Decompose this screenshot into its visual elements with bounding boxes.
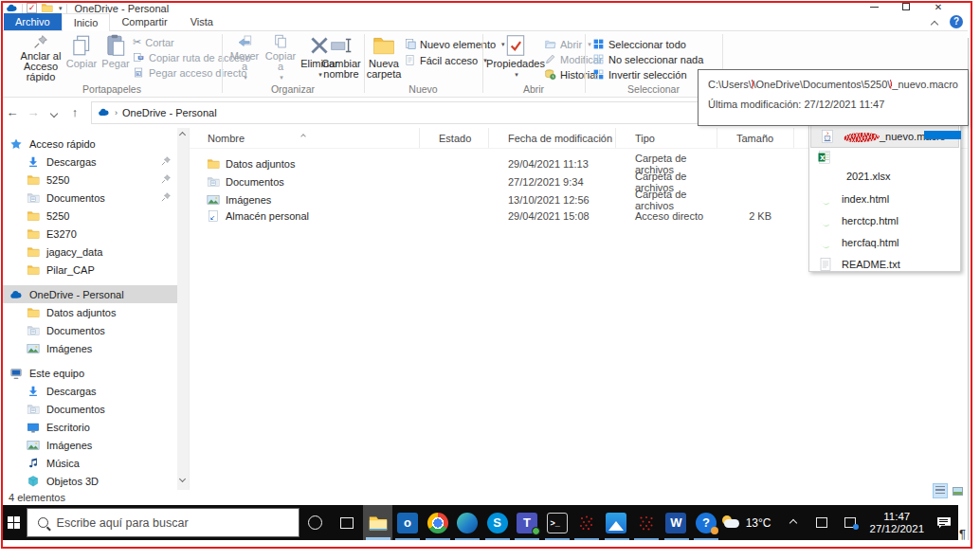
column-header-tipo[interactable]: Tipo [616,128,717,148]
sidebar-item-5250[interactable]: 5250 [2,171,189,189]
pin-to-quick-access-button[interactable]: Anclar al Acceso rápido [13,33,68,82]
tray-tablet-icon[interactable] [808,505,836,540]
new-folder-button[interactable]: Nueva carpeta [368,33,400,82]
sidebar-item-objetos-3d[interactable]: Objetos 3D [2,472,189,490]
sidebar-item-label: Descargas [46,156,97,168]
sidebar-item-label: Acceso rápido [29,138,96,150]
tray-cast-icon[interactable] [836,505,864,540]
properties-button[interactable]: Propiedades▾ [491,33,540,82]
sidebar-item-onedrive-documentos[interactable]: Documentos [2,321,189,339]
list-item[interactable]: index.html [809,188,960,209]
list-item[interactable]: 2021.xlsx [809,148,960,188]
sidebar-item-e3270[interactable]: E3270 [2,225,189,243]
taskbar-redacted-app-2[interactable] [631,505,661,540]
scroll-down-icon[interactable] [179,476,186,482]
taskbar-search-input[interactable]: Escribe aquí para buscar [27,508,299,537]
clock[interactable]: 11:47 27/12/2021 [870,511,925,535]
copy-to-button[interactable]: Copiar a▾ [263,33,298,82]
sidebar-item-onedrive[interactable]: OneDrive - Personal [2,285,189,303]
weather-icon[interactable] [721,515,742,531]
quick-access-properties-icon[interactable]: ✓ [27,3,37,13]
sidebar-item-documentos[interactable]: Documentos [2,189,189,207]
hidden-icons-button[interactable] [779,505,808,540]
sidebar-item-jagacy-data[interactable]: jagacy_data [2,243,189,261]
select-all-button[interactable]: Seleccionar todo [592,37,686,51]
sidebar-item-onedrive-imagenes[interactable]: Imágenes [2,339,189,357]
start-button[interactable] [2,505,27,540]
taskbar-help[interactable]: ? [691,505,720,540]
recent-locations-button[interactable] [44,105,64,119]
column-header-estado[interactable]: Estado [420,128,489,148]
history-button[interactable]: Historial [544,67,598,81]
easy-access-button[interactable]: Fácil acceso▾ [404,53,487,67]
new-item-button[interactable]: Nuevo elemento▾ [404,37,505,51]
cut-button[interactable]: ✂ Cortar [133,35,174,49]
sidebar-item-escritorio[interactable]: Escritorio [2,418,189,436]
taskbar-teams[interactable]: T [512,505,541,540]
taskbar-outlook[interactable]: o [392,505,422,540]
sidebar-item-pilar-cap[interactable]: Pilar_CAP [2,261,189,279]
sidebar-item-pc-descargas[interactable]: Descargas [2,382,189,400]
back-button[interactable]: ← [2,105,23,119]
sidebar-item-pc-imagenes[interactable]: Imágenes [2,436,189,454]
button-label: Fácil acceso [420,55,478,66]
rename-button[interactable]: Cambiar nombre [318,33,364,82]
taskbar-redacted-app-1[interactable] [572,505,601,540]
taskbar-edge[interactable] [452,505,481,540]
maximize-button[interactable] [890,0,922,13]
details-view-button[interactable] [933,483,948,498]
copy-button[interactable]: Copiar [64,33,99,82]
tab-inicio[interactable]: Inicio [62,13,111,31]
taskbar-terminal[interactable]: >_ [542,505,572,540]
list-item[interactable]: herctcp.html [809,209,960,231]
sidebar-item-este-equipo[interactable]: Este equipo [2,364,189,382]
ribbon-tabs: Archivo Inicio Compartir Vista [2,14,968,31]
quick-access-toolbar-caret-icon[interactable]: ▾ [59,5,63,12]
help-app-icon: ? [696,513,717,533]
sidebar-scrollbar[interactable] [177,128,189,490]
taskbar-skype[interactable]: S [482,505,512,540]
tab-vista[interactable]: Vista [179,13,225,30]
forward-button[interactable]: → [23,105,44,119]
taskbar-file-explorer[interactable] [363,505,392,540]
select-none-button[interactable]: No seleccionar nada [592,52,703,66]
column-header-fecha[interactable]: Fecha de modificación [489,128,616,148]
up-button[interactable]: ↑ [64,105,85,119]
sidebar-item-label: E3270 [46,228,77,240]
list-item[interactable]: hercfaq.html [809,231,960,253]
paste-button[interactable]: Pegar [99,33,133,82]
minimize-button[interactable] [858,0,890,13]
sidebar-item-descargas[interactable]: Descargas [2,153,189,171]
window-title: OneDrive - Personal [75,3,170,14]
taskbar-photos[interactable] [602,505,631,540]
sidebar-item-pc-documentos[interactable]: Documentos [2,400,189,418]
sidebar-item-5250-2[interactable]: 5250 [2,207,189,225]
cortana-icon [308,515,322,530]
collapse-ribbon-button[interactable] [932,18,941,27]
move-to-button[interactable]: Mover a▾ [227,33,262,82]
help-button[interactable]: ? [950,15,963,28]
tab-compartir[interactable]: Compartir [110,13,178,30]
taskbar-chrome[interactable] [423,505,452,540]
open-icon [544,38,556,50]
cortana-button[interactable] [299,505,331,540]
column-header-tamano[interactable]: Tamaño [717,128,794,148]
thumbnails-view-button[interactable] [950,483,965,498]
file-explorer-icon [368,513,389,533]
notification-center-button[interactable] [930,505,958,540]
task-view-button[interactable] [331,505,362,540]
list-item[interactable]: README.txt [809,253,960,275]
temperature[interactable]: 13°C [746,516,771,530]
downloads-icon [27,385,40,398]
sidebar-item-datos-adjuntos[interactable]: Datos adjuntos [2,303,189,321]
scroll-up-icon[interactable] [179,132,186,138]
breadcrumb[interactable]: OneDrive - Personal [122,107,217,118]
close-button[interactable]: ✕ [922,0,954,13]
taskbar-word[interactable]: W [662,505,691,540]
sidebar-item-acceso-rapido[interactable]: Acceso rápido [2,135,189,153]
sidebar-item-musica[interactable]: Música [2,454,189,472]
invert-selection-button[interactable]: Invertir selección [592,67,687,81]
dropdown-selection-bar [924,131,961,139]
task-view-icon [340,517,354,529]
tab-archivo[interactable]: Archivo [4,13,62,30]
